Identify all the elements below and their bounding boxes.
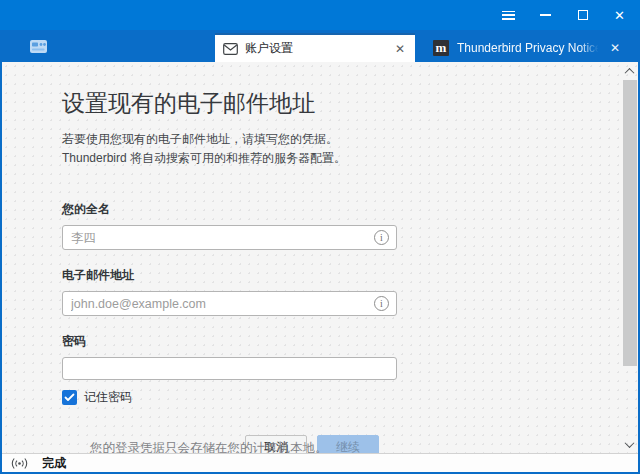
remember-password-checkbox[interactable] (62, 390, 77, 405)
app-menu-button[interactable] (490, 0, 527, 30)
tab-close-icon[interactable]: ✕ (393, 41, 407, 57)
network-activity-icon (10, 457, 29, 470)
hamburger-menu-icon (502, 11, 515, 20)
description-line: 若要使用您现有的电子邮件地址，请填写您的凭据。 (62, 130, 397, 149)
mail-settings-icon (223, 43, 238, 55)
checkmark-icon (64, 393, 75, 402)
thunderbird-window: ✕ 账户设置 ✕ m Thunderbird Privacy Notic (0, 0, 640, 474)
chevron-down-icon (625, 438, 635, 448)
status-text: 完成 (42, 455, 66, 472)
maximize-button[interactable] (564, 0, 601, 30)
scroll-up-button[interactable] (621, 63, 638, 79)
password-label: 密码 (62, 333, 397, 350)
privacy-tab-favicon: m (433, 40, 449, 56)
chevron-up-icon (625, 67, 635, 77)
email-field-wrap: i (62, 291, 397, 316)
spaces-icon (29, 39, 48, 54)
vertical-scrollbar[interactable] (621, 62, 638, 453)
scrollbar-thumb[interactable] (623, 80, 637, 366)
info-icon[interactable]: i (374, 296, 389, 311)
password-field-wrap (62, 357, 397, 380)
scroll-down-button[interactable] (621, 436, 638, 452)
status-bar: 完成 (2, 453, 638, 472)
info-icon[interactable]: i (374, 230, 389, 245)
close-window-button[interactable]: ✕ (601, 0, 638, 30)
fullname-input[interactable] (62, 225, 397, 250)
fullname-field-wrap: i (62, 225, 397, 250)
password-input[interactable] (62, 357, 397, 380)
minimize-button[interactable] (527, 0, 564, 30)
close-icon: ✕ (614, 9, 625, 22)
tab-account-settings[interactable]: 账户设置 ✕ (215, 33, 415, 62)
page-description: 若要使用您现有的电子邮件地址，请填写您的凭据。 Thunderbird 将自动搜… (62, 130, 397, 168)
credentials-footnote: 您的登录凭据只会存储在您的计算机本地。 (90, 440, 328, 453)
tab-label: Thunderbird Privacy Notice — M (457, 41, 600, 55)
description-line: Thunderbird 将自动搜索可用的和推荐的服务器配置。 (62, 149, 397, 168)
tab-label: 账户设置 (245, 40, 386, 57)
remember-password-row: 记住密码 (62, 389, 397, 406)
account-setup-page: 设置现有的电子邮件地址 若要使用您现有的电子邮件地址，请填写您的凭据。 Thun… (2, 62, 638, 453)
email-label: 电子邮件地址 (62, 267, 397, 284)
maximize-icon (578, 10, 588, 20)
tab-close-icon[interactable]: ✕ (608, 40, 622, 56)
tab-bar: 账户设置 ✕ m Thunderbird Privacy Notice — M … (0, 30, 640, 62)
tab-privacy-notice[interactable]: m Thunderbird Privacy Notice — M ✕ (425, 33, 628, 62)
title-bar: ✕ (0, 0, 640, 30)
remember-password-label: 记住密码 (84, 389, 132, 406)
email-input[interactable] (62, 291, 397, 316)
fullname-label: 您的全名 (62, 201, 397, 218)
window-controls: ✕ (490, 0, 638, 30)
page-title: 设置现有的电子邮件地址 (62, 88, 397, 119)
minimize-icon (540, 14, 551, 16)
spaces-toolbar-button[interactable] (28, 38, 48, 54)
